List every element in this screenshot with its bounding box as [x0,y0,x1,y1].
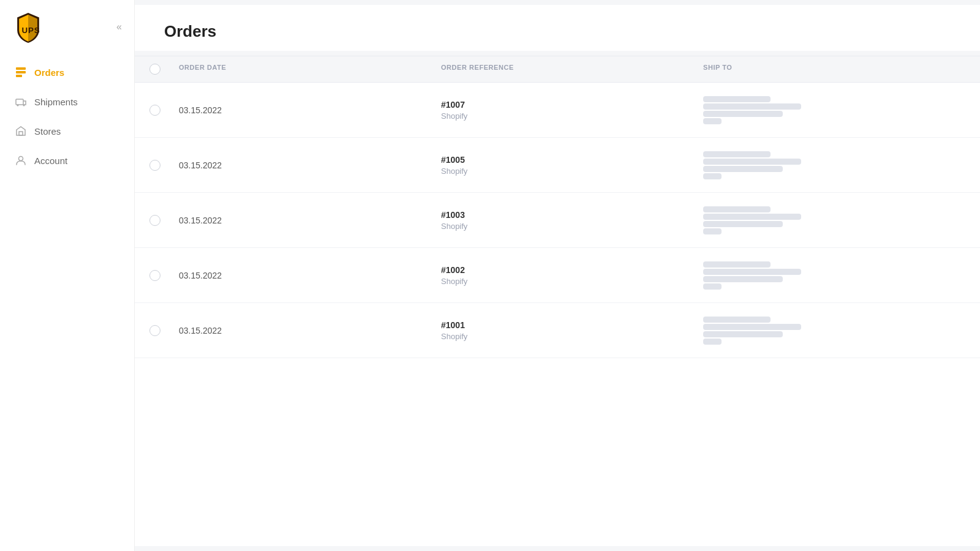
svg-rect-1 [16,67,26,70]
sidebar-item-label-orders: Orders [34,67,64,78]
ship-to-line [703,151,771,157]
account-icon [15,154,27,167]
ship-to-line [703,103,801,110]
sidebar-item-label-stores: Stores [34,126,61,137]
ship-to [703,96,965,124]
nav-items: Orders Shipments Stores [0,54,134,179]
table-row[interactable]: 03.15.2022 #1002 Shopify [135,248,980,303]
svg-point-5 [17,105,19,107]
page-header: Orders [135,5,980,51]
row-select-checkbox[interactable] [149,325,160,336]
order-ref-number: #1005 [441,155,703,165]
order-date: 03.15.2022 [179,160,441,170]
ship-to-line [703,228,722,234]
row-select-checkbox[interactable] [149,270,160,281]
table-row[interactable]: 03.15.2022 #1007 Shopify [135,83,980,138]
ship-to-line [703,159,801,165]
row-checkbox-cell [149,160,179,171]
sidebar-item-label-shipments: Shipments [34,97,78,107]
order-date: 03.15.2022 [179,271,441,280]
svg-rect-2 [16,71,26,73]
collapse-icon: « [116,21,122,32]
row-select-checkbox[interactable] [149,105,160,116]
order-ref-number: #1001 [441,320,703,330]
ship-to-line [703,96,771,102]
row-checkbox-cell [149,325,179,336]
column-header-reference: ORDER REFERENCE [441,64,703,75]
order-reference: #1002 Shopify [441,265,703,286]
sidebar-item-stores[interactable]: Stores [0,118,134,144]
bottom-bar-spacer [135,546,980,551]
sidebar-collapse-button[interactable]: « [116,21,122,32]
ship-to [703,317,965,345]
order-date: 03.15.2022 [179,326,441,335]
order-ref-source: Shopify [441,277,703,286]
sidebar-logo-area: UPS « [0,0,134,54]
svg-point-6 [23,105,25,107]
main-content: Orders ORDER DATE ORDER REFERENCE SHIP T… [135,0,980,551]
ship-to-line [703,173,722,179]
ship-to [703,206,965,234]
ups-logo: UPS [12,11,44,43]
ship-to-line [703,214,801,220]
sidebar-item-orders[interactable]: Orders [0,59,134,86]
header-checkbox-cell [149,64,179,75]
ship-to [703,261,965,290]
order-ref-source: Shopify [441,111,703,121]
ship-to-line [703,339,722,345]
ship-to-line [703,118,722,124]
table-row[interactable]: 03.15.2022 #1003 Shopify [135,193,980,248]
svg-rect-4 [16,99,23,105]
ship-to-line [703,331,783,337]
ship-to-line [703,111,783,117]
separator-bar [135,51,980,56]
sidebar: UPS « Orders [0,0,135,551]
ship-to-line [703,324,801,330]
ship-to-line [703,166,783,172]
column-header-date: ORDER DATE [179,64,441,75]
orders-table: ORDER DATE ORDER REFERENCE SHIP TO 03.15… [135,56,980,546]
ship-to-line [703,317,771,323]
ship-to-line [703,206,771,212]
ship-to-line [703,221,783,227]
table-row[interactable]: 03.15.2022 #1005 Shopify [135,138,980,193]
ship-to-line [703,276,783,282]
row-checkbox-cell [149,105,179,116]
ship-to-line [703,283,722,290]
page-title: Orders [164,22,951,41]
row-checkbox-cell [149,215,179,226]
svg-point-8 [19,157,23,161]
order-ref-number: #1007 [441,100,703,110]
order-reference: #1005 Shopify [441,155,703,176]
select-all-checkbox[interactable] [149,64,160,75]
row-select-checkbox[interactable] [149,160,160,171]
sidebar-item-label-account: Account [34,156,67,166]
svg-rect-7 [19,132,23,135]
order-reference: #1007 Shopify [441,100,703,121]
order-ref-number: #1002 [441,265,703,275]
orders-icon [15,66,27,78]
shipments-icon [15,96,27,108]
order-ref-source: Shopify [441,332,703,341]
ship-to-line [703,269,801,275]
ship-to [703,151,965,179]
stores-icon [15,125,27,137]
order-date: 03.15.2022 [179,216,441,225]
sidebar-item-shipments[interactable]: Shipments [0,88,134,115]
sidebar-item-account[interactable]: Account [0,147,134,174]
row-select-checkbox[interactable] [149,215,160,226]
order-date: 03.15.2022 [179,105,441,115]
order-ref-number: #1003 [441,210,703,220]
top-bar-spacer [135,0,980,5]
ship-to-line [703,261,771,268]
row-checkbox-cell [149,270,179,281]
order-ref-source: Shopify [441,167,703,176]
column-header-ship-to: SHIP TO [703,64,965,75]
order-reference: #1001 Shopify [441,320,703,341]
table-row[interactable]: 03.15.2022 #1001 Shopify [135,303,980,358]
svg-text:UPS: UPS [22,26,40,35]
order-reference: #1003 Shopify [441,210,703,231]
table-header-row: ORDER DATE ORDER REFERENCE SHIP TO [135,56,980,83]
svg-rect-3 [16,75,22,77]
order-ref-source: Shopify [441,222,703,231]
